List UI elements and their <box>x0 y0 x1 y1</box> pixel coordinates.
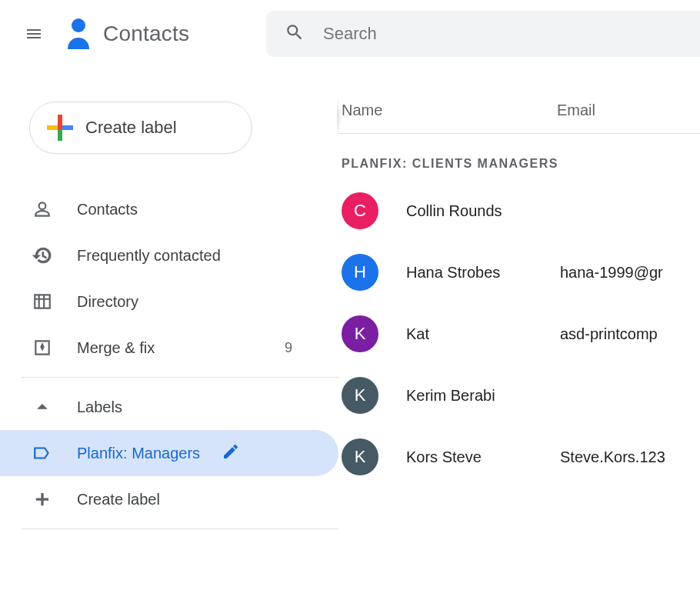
create-contact-button[interactable]: Create label <box>29 102 252 154</box>
chevron-up-icon <box>32 397 52 417</box>
avatar: C <box>342 192 378 229</box>
search-icon <box>285 22 305 45</box>
delete-label-button[interactable] <box>254 442 272 465</box>
contact-row[interactable]: KKerim Berabi <box>338 365 700 426</box>
avatar: K <box>342 438 378 475</box>
contact-group-title: PLANFIX: CLIENTS MANAGERS <box>342 157 700 171</box>
sidebar-label-text: Planfix: Managers <box>77 445 215 462</box>
main-menu-button[interactable] <box>15 15 52 52</box>
avatar: H <box>342 254 378 291</box>
app-logo[interactable]: Contacts <box>58 17 189 51</box>
edit-label-button[interactable] <box>222 442 240 465</box>
merge-fix-count: 9 <box>285 340 292 356</box>
sidebar-item-label: Frequently contacted <box>77 247 221 265</box>
pencil-icon <box>222 442 240 461</box>
label-icon <box>32 443 52 463</box>
sidebar-labels-header[interactable]: Labels <box>0 384 338 430</box>
svg-point-0 <box>72 18 85 32</box>
contact-email: asd-printcomp <box>560 325 700 343</box>
history-icon <box>32 245 52 265</box>
plus-icon <box>32 489 52 509</box>
avatar: K <box>342 377 378 414</box>
sidebar-item-merge-fix[interactable]: Merge & fix 9 <box>0 325 338 371</box>
contact-name: Kat <box>406 325 560 343</box>
sidebar-item-label: Directory <box>77 293 138 311</box>
person-icon <box>32 199 52 219</box>
divider <box>22 528 338 529</box>
contact-email: hana-1999@gr <box>560 264 700 282</box>
sidebar-item-label: Create label <box>77 491 160 508</box>
column-header-name[interactable]: Name <box>342 102 557 119</box>
merge-fix-icon <box>32 338 52 358</box>
contact-name: Kors Steve <box>406 448 560 466</box>
contact-name: Collin Rounds <box>406 202 560 220</box>
sidebar-label-planfix-managers[interactable]: Planfix: Managers <box>0 430 338 476</box>
search-input[interactable] <box>323 24 700 44</box>
contact-row[interactable]: CCollin Rounds <box>338 180 700 242</box>
create-contact-label: Create label <box>85 118 177 138</box>
plus-icon <box>47 115 73 141</box>
contact-name: Kerim Berabi <box>406 387 560 405</box>
sidebar-create-label[interactable]: Create label <box>0 476 338 522</box>
sidebar-item-frequent[interactable]: Frequently contacted <box>0 232 338 278</box>
divider <box>22 377 338 378</box>
trash-icon <box>254 442 272 461</box>
sidebar-item-label: Contacts <box>77 201 138 218</box>
contact-row[interactable]: HHana Strobeshana-1999@gr <box>338 242 700 303</box>
contact-email: Steve.Kors.123 <box>560 448 700 466</box>
hamburger-icon <box>25 25 43 43</box>
contact-row[interactable]: KKatasd-printcomp <box>338 303 700 365</box>
labels-header-label: Labels <box>77 398 122 416</box>
contact-row[interactable]: KKors SteveSteve.Kors.123 <box>338 426 700 488</box>
app-title: Contacts <box>103 22 189 46</box>
app-header: Contacts <box>0 0 700 68</box>
sidebar-item-label: Merge & fix <box>77 339 155 357</box>
directory-icon <box>32 292 52 312</box>
search-bar[interactable] <box>266 11 700 57</box>
contacts-logo-icon <box>58 17 92 51</box>
column-headers: Name Email <box>338 102 700 134</box>
contact-list-panel: Name Email PLANFIX: CLIENTS MANAGERS CCo… <box>338 68 700 600</box>
contact-name: Hana Strobes <box>406 264 560 282</box>
sidebar: Create label Contacts Frequently contact… <box>0 68 338 600</box>
column-header-email[interactable]: Email <box>557 102 700 119</box>
sidebar-item-directory[interactable]: Directory <box>0 278 338 325</box>
avatar: K <box>342 315 378 352</box>
sidebar-item-contacts[interactable]: Contacts <box>0 186 338 232</box>
